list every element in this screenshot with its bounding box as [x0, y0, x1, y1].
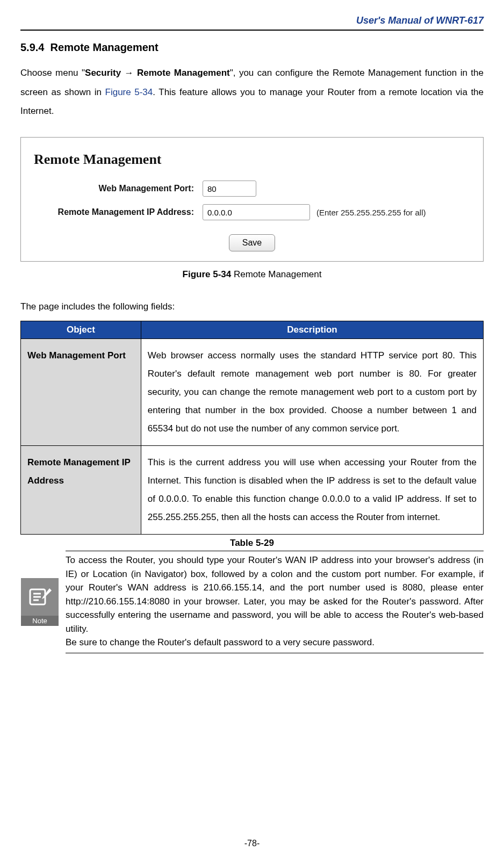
- cell-description: Web browser access normally uses the sta…: [141, 339, 483, 446]
- panel-title: Remote Management: [34, 152, 473, 168]
- figure-caption-number: Figure 5-34: [183, 269, 232, 279]
- cell-description: This is the current address you will use…: [141, 446, 483, 535]
- row-remote-ip: Remote Management IP Address: (Enter 255…: [31, 204, 473, 220]
- table-row: Web Management Port Web browser access n…: [21, 339, 484, 446]
- figure-reference-link[interactable]: Figure 5-34: [105, 87, 153, 97]
- row-web-mgmt-port: Web Management Port:: [31, 181, 473, 197]
- fields-lead-text: The page includes the following fields:: [20, 301, 484, 312]
- figure-caption: Figure 5-34 Remote Management: [20, 269, 484, 280]
- cell-object: Web Management Port: [21, 339, 141, 446]
- note-pencil-icon: [28, 586, 52, 608]
- intro-text-1: Choose menu ": [20, 68, 85, 78]
- input-remote-ip[interactable]: [203, 204, 310, 220]
- col-head-object: Object: [21, 321, 141, 339]
- table-row: Remote Management IP Address This is the…: [21, 446, 484, 535]
- note-text-2: Be sure to change the Router's default p…: [66, 636, 484, 650]
- header-rule: [20, 30, 484, 31]
- note-block: Note To access the Router, you should ty…: [20, 551, 484, 653]
- input-web-mgmt-port[interactable]: [203, 181, 256, 197]
- page-number: -78-: [0, 839, 504, 848]
- label-remote-ip: Remote Management IP Address:: [31, 207, 203, 217]
- note-icon-label: Note: [21, 616, 59, 626]
- parameters-table: Object Description Web Management Port W…: [20, 321, 484, 535]
- note-icon: Note: [20, 551, 59, 653]
- save-button[interactable]: Save: [229, 234, 275, 251]
- figure-caption-text: Remote Management: [231, 269, 321, 279]
- col-head-description: Description: [141, 321, 483, 339]
- screenshot-panel: Remote Management Web Management Port: R…: [20, 137, 484, 262]
- section-heading: 5.9.4 Remote Management: [20, 41, 484, 54]
- intro-paragraph: Choose menu "Security → Remote Managemen…: [20, 63, 484, 121]
- table-caption: Table 5-29: [20, 538, 484, 549]
- running-header: User's Manual of WNRT-617: [20, 15, 484, 26]
- intro-menu-path: Security → Remote Management: [85, 68, 230, 78]
- note-text-1: To access the Router, you should type yo…: [66, 553, 484, 636]
- cell-object: Remote Management IP Address: [21, 446, 141, 535]
- label-web-mgmt-port: Web Management Port:: [31, 184, 203, 193]
- hint-remote-ip: (Enter 255.255.255.255 for all): [316, 208, 426, 217]
